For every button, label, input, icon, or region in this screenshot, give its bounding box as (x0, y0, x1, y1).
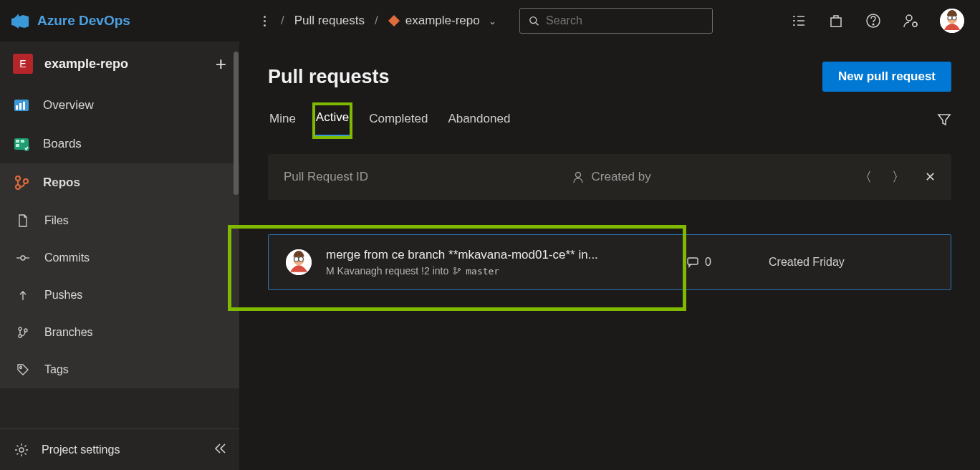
svg-point-27 (24, 179, 28, 183)
brand-block[interactable]: Azure DevOps (11, 12, 248, 29)
svg-rect-19 (23, 102, 25, 110)
search[interactable] (519, 8, 713, 34)
repos-icon (13, 174, 30, 191)
pr-title-block: merge from ce branch **mkavana-mod01-ce*… (326, 248, 641, 277)
help-icon[interactable] (865, 13, 881, 29)
tab-completed[interactable]: Completed (368, 106, 429, 136)
close-icon[interactable]: ✕ (925, 169, 936, 185)
tags-icon (14, 361, 32, 378)
comment-icon (686, 256, 699, 269)
svg-point-40 (299, 257, 303, 262)
add-icon[interactable]: + (216, 53, 226, 75)
avatar[interactable] (940, 9, 964, 33)
gear-icon (13, 441, 30, 459)
files-icon (14, 212, 32, 229)
sidebar-item-pushes[interactable]: Pushes (0, 277, 239, 314)
svg-point-10 (906, 15, 912, 21)
sidebar-item-label: Pushes (44, 289, 82, 302)
crumb-page[interactable]: Pull requests (294, 14, 365, 28)
svg-point-34 (20, 367, 22, 369)
svg-point-15 (952, 16, 956, 20)
svg-rect-44 (688, 258, 698, 264)
top-bar: Azure DevOps / Pull requests / example-r… (0, 0, 980, 42)
pull-request-row[interactable]: merge from ce branch **mkavana-mod01-ce*… (268, 234, 951, 290)
svg-point-43 (458, 269, 461, 271)
svg-point-32 (19, 335, 21, 337)
svg-rect-18 (19, 103, 21, 110)
project-name: example-repo (44, 57, 128, 72)
user-settings-icon[interactable] (903, 13, 918, 29)
svg-point-33 (24, 329, 27, 332)
crumb-repo[interactable]: example-repo ⌄ (388, 14, 496, 28)
next-icon[interactable]: 〉 (892, 168, 905, 186)
tab-abandoned[interactable]: Abandoned (446, 106, 511, 136)
person-icon (572, 171, 585, 183)
project-row[interactable]: E example-repo + (0, 42, 239, 86)
main-content: Pull requests New pull request Mine Acti… (239, 42, 980, 470)
svg-point-0 (530, 17, 537, 24)
new-pull-request-button[interactable]: New pull request (822, 62, 951, 92)
svg-rect-22 (16, 144, 19, 147)
sidebar-item-files[interactable]: Files (0, 202, 239, 239)
sidebar-item-label: Branches (44, 326, 93, 339)
sidebar: E example-repo + Overview Boards Repos F… (0, 42, 239, 470)
sidebar-item-label: Project settings (42, 443, 120, 456)
pr-author-avatar (286, 249, 312, 275)
tab-mine[interactable]: Mine (268, 106, 297, 136)
project-badge: E (13, 54, 33, 74)
svg-rect-23 (21, 140, 24, 143)
pushes-icon (14, 287, 32, 304)
svg-point-35 (19, 448, 24, 452)
scrollbar[interactable] (234, 52, 239, 195)
overview-icon (13, 97, 30, 114)
pr-subtitle: M Kavanagh request !2 into master (326, 265, 641, 277)
sidebar-item-branches[interactable]: Branches (0, 314, 239, 351)
crumb-separator: / (375, 14, 378, 28)
sidebar-item-overview[interactable]: Overview (0, 86, 239, 125)
azure-devops-logo-icon (11, 12, 29, 29)
brand-text: Azure DevOps (37, 13, 130, 29)
breadcrumb: / Pull requests / example-repo ⌄ (281, 14, 496, 28)
more-menu-icon[interactable] (258, 16, 271, 27)
sidebar-settings[interactable]: Project settings (0, 428, 239, 470)
collapse-icon[interactable] (213, 442, 226, 458)
svg-rect-21 (16, 140, 19, 143)
sidebar-item-commits[interactable]: Commits (0, 239, 239, 277)
search-icon (529, 15, 539, 27)
svg-point-9 (873, 24, 874, 25)
svg-point-28 (21, 256, 25, 260)
repo-icon (388, 15, 400, 27)
sidebar-item-label: Boards (43, 137, 82, 151)
sidebar-item-label: Overview (43, 98, 94, 112)
sidebar-item-label: Repos (43, 176, 80, 190)
svg-point-41 (454, 268, 456, 270)
work-items-icon[interactable] (791, 13, 807, 29)
filter-icon[interactable] (937, 112, 951, 130)
pr-title: merge from ce branch **mkavana-mod01-ce*… (326, 248, 641, 262)
svg-point-25 (16, 176, 20, 181)
sidebar-item-boards[interactable]: Boards (0, 125, 239, 163)
marketplace-icon[interactable] (828, 13, 844, 29)
sidebar-item-label: Tags (44, 363, 69, 376)
prev-icon[interactable]: 〈 (859, 168, 872, 186)
svg-rect-17 (16, 105, 18, 110)
commits-icon (14, 249, 32, 267)
svg-point-31 (19, 327, 21, 330)
sidebar-item-repos[interactable]: Repos (0, 163, 239, 202)
chevron-down-icon: ⌄ (489, 16, 496, 27)
search-input[interactable] (546, 14, 703, 27)
svg-point-26 (16, 185, 20, 189)
svg-point-42 (454, 272, 456, 274)
filter-nav: 〈 〉 ✕ (859, 168, 936, 186)
pr-created: Created Friday (769, 256, 933, 269)
filter-pr-id[interactable]: Pull Request ID (284, 170, 559, 184)
filter-created-by[interactable]: Created by (572, 170, 847, 184)
top-icons (791, 9, 969, 33)
tab-active[interactable]: Active (314, 105, 350, 137)
svg-line-1 (536, 23, 539, 26)
branches-icon (14, 324, 32, 341)
svg-point-39 (294, 257, 299, 262)
filter-bar: Pull Request ID Created by 〈 〉 ✕ (268, 154, 951, 200)
pr-comments: 0 (686, 256, 711, 269)
sidebar-item-tags[interactable]: Tags (0, 351, 239, 388)
